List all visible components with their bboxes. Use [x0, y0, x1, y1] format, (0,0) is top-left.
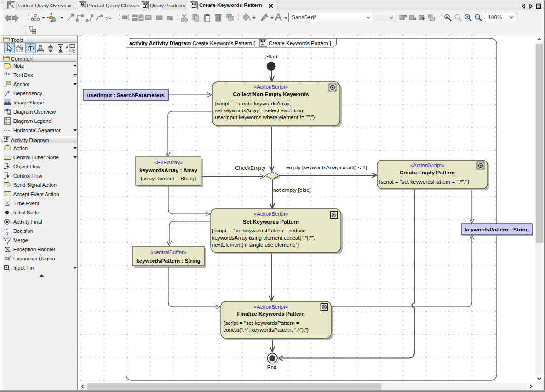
svg-text:«ActionScript»: «ActionScript»: [410, 162, 445, 168]
svg-text:{script = "set keywordsPattern: {script = "set keywordsPattern =: [224, 320, 299, 326]
svg-text:{script = "set keywordsPattern: {script = "set keywordsPattern = reduce: [212, 227, 306, 233]
svg-text:Collect Non-Empty Keywords: Collect Non-Empty Keywords: [233, 91, 309, 98]
svg-text:{script = "create keywordsArra: {script = "create keywordsArray;: [215, 100, 291, 106]
svg-text:«E2EArray»: «E2EArray»: [154, 159, 183, 165]
svg-text:not empty [else]: not empty [else]: [273, 187, 311, 193]
svg-text:«centralBuffer»: «centralBuffer»: [150, 249, 186, 255]
svg-text:empty [keywordsArray.count() <: empty [keywordsArray.count() < 1]: [286, 164, 367, 170]
svg-text:activity Activity Diagram Cre: activity Activity Diagram Create Keyword…: [129, 40, 255, 46]
svg-text:userInput : SearchParameters: userInput : SearchParameters: [87, 92, 165, 98]
svg-text:keywordsArray using element.co: keywordsArray using element.concat(".*|.…: [212, 235, 316, 241]
svg-text:Start: Start: [266, 53, 278, 59]
svg-text:abc: abc: [4, 71, 11, 76]
svg-text:userInput.keywords where eleme: userInput.keywords where element != "";"…: [215, 114, 315, 120]
svg-text:Finalize Keywords Pattern: Finalize Keywords Pattern: [237, 311, 305, 317]
svg-text:Set Keywords Pattern: Set Keywords Pattern: [243, 219, 299, 225]
svg-text:keywordsPattern : String: keywordsPattern : String: [136, 258, 201, 264]
svg-text:set keywordsArray = select eac: set keywordsArray = select each from: [215, 107, 304, 113]
svg-text:{arrayElement = String}: {arrayElement = String}: [140, 175, 196, 181]
svg-text:CheckEmpty: CheckEmpty: [235, 165, 265, 171]
svg-text:Create Keywords Pattern ]: Create Keywords Pattern ]: [269, 40, 331, 46]
svg-text:«ActionScript»: «ActionScript»: [254, 211, 288, 217]
svg-text:nextElement) if single use ele: nextElement) if single use element;"}: [212, 242, 299, 248]
svg-text:concat(".*", keywordsPattern,: concat(".*", keywordsPattern, ".*");"}: [224, 327, 309, 333]
svg-text:Create Empty Pattern: Create Empty Pattern: [400, 169, 455, 176]
svg-text:End: End: [267, 364, 277, 370]
svg-text:«ActionScript»: «ActionScript»: [254, 84, 288, 90]
svg-text:keywordsArray : Array: keywordsArray : Array: [139, 167, 198, 173]
svg-text:«ActionScript»: «ActionScript»: [254, 304, 288, 310]
svg-text:keywordsPattern : String: keywordsPattern : String: [465, 226, 529, 233]
svg-text:{script = "set keywordsPattern: {script = "set keywordsPattern = ".*";"}: [379, 179, 469, 184]
